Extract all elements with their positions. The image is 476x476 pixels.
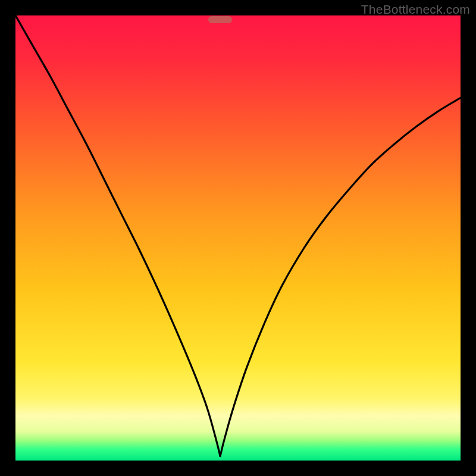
left-curve — [15, 15, 220, 456]
watermark-text: TheBottleneck.com — [361, 2, 470, 17]
right-curve — [220, 98, 461, 456]
chart-frame: TheBottleneck.com — [0, 0, 476, 476]
plot-area — [15, 15, 461, 461]
curve-layer — [15, 15, 461, 461]
minimum-marker — [208, 16, 232, 23]
